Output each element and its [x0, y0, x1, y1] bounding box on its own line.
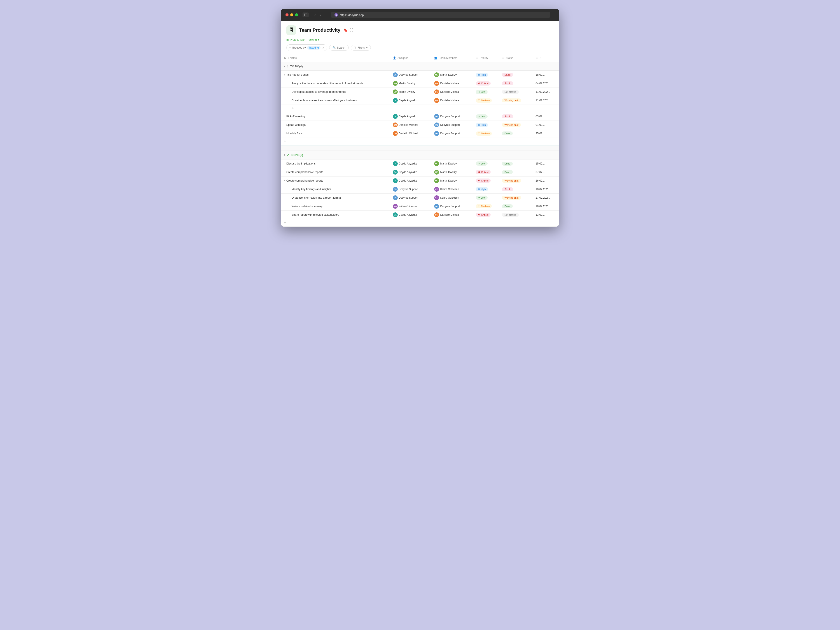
- browser-controls: ‹ ›: [313, 12, 322, 18]
- task-name-cell: ▾ Create comprehensive reports: [281, 176, 390, 185]
- team-avatar: KG: [434, 195, 439, 200]
- team-col-icon: 👥: [434, 57, 437, 60]
- table-row[interactable]: Discuss the implications CA Ceyda Akyald…: [281, 159, 559, 168]
- table-row[interactable]: Create comprehensive reports CA Ceyda Ak…: [281, 168, 559, 176]
- date-cell: 11.02.202...: [533, 96, 559, 105]
- group-chevron-icon[interactable]: ▾: [284, 153, 285, 156]
- date-cell: 03.02...: [533, 112, 559, 121]
- assignee-name: Martin Dwelzy: [399, 90, 415, 93]
- task-name: Develop strategies to leverage market tr…: [292, 90, 346, 93]
- team-cell: DM Daniello Micheal: [432, 79, 473, 88]
- expand-icon[interactable]: ⛶: [350, 28, 354, 32]
- filters-button[interactable]: ⊤ Filters +: [351, 45, 371, 51]
- search-chip[interactable]: 🔍 Search: [329, 45, 349, 51]
- assignee-avatar: DM: [393, 131, 398, 136]
- close-button[interactable]: [286, 13, 289, 16]
- status-cell: Done: [499, 129, 533, 138]
- priority-label: High: [481, 123, 486, 126]
- assignee-name: Ceyda Akyaldız: [399, 179, 417, 182]
- add-task-row[interactable]: +: [281, 219, 559, 226]
- team-name: Martin Dwelzy: [440, 162, 456, 165]
- table-row[interactable]: Consider how market trends may affect yo…: [281, 96, 559, 105]
- table-row[interactable]: ▾ The market trends DS Docyrus Support M…: [281, 71, 559, 79]
- table-row[interactable]: Monthly Sync DM Daniello Micheal DS Docy…: [281, 129, 559, 138]
- assignee-cell: DS Docyrus Support: [390, 71, 432, 79]
- assignee-avatar: CA: [393, 98, 398, 103]
- date-cell: 18.02.202...: [533, 185, 559, 193]
- status-badge: Working on it: [502, 123, 521, 127]
- back-button[interactable]: ‹: [313, 12, 317, 18]
- grouped-by-value: Tracking: [307, 46, 321, 50]
- assignee-name: Martin Dwelzy: [399, 82, 415, 85]
- section-divider: [281, 145, 559, 150]
- filters-label: Filters: [358, 46, 365, 49]
- status-cell: Working on it: [499, 96, 533, 105]
- status-badge: Done: [502, 204, 513, 208]
- priority-badge: ☐ Medium: [476, 98, 492, 103]
- assignee-name: Ceyda Akyaldız: [399, 162, 417, 165]
- table-row[interactable]: Analyze the data to understand the impac…: [281, 79, 559, 88]
- task-name: The market trends: [286, 73, 308, 76]
- table-row[interactable]: Share report with relevant stakeholders …: [281, 210, 559, 219]
- task-name: Create comprehensive reports: [286, 171, 323, 174]
- table-row[interactable]: Speak with legal DM Daniello Micheal DS …: [281, 121, 559, 129]
- priority-icon: ♻: [478, 82, 480, 85]
- priority-badge: ⇒ Low: [476, 114, 487, 118]
- svg-rect-0: [304, 14, 305, 16]
- status-badge: Stuck: [502, 114, 513, 118]
- date-cell: 18.02.202...: [533, 202, 559, 210]
- table-row[interactable]: Develop strategies to leverage market tr…: [281, 88, 559, 96]
- group-chevron-icon[interactable]: ▾: [284, 65, 285, 68]
- add-subtask-row[interactable]: +: [281, 105, 559, 112]
- date-cell: 18.02...: [533, 71, 559, 79]
- task-name: Create comprehensive reports: [286, 179, 323, 182]
- collapse-icon[interactable]: ▾: [284, 74, 285, 76]
- add-filter-icon[interactable]: +: [366, 46, 368, 49]
- date-cell: 25.02...: [533, 129, 559, 138]
- bookmark-icon[interactable]: 🔖: [343, 28, 348, 32]
- add-task-row[interactable]: +: [281, 138, 559, 145]
- title-actions: 🔖 ⛶: [343, 28, 354, 32]
- assignee-cell: DM Daniello Micheal: [390, 129, 432, 138]
- grouped-by-chip[interactable]: ≡ Grouped by Tracking ×: [286, 44, 327, 51]
- forward-button[interactable]: ›: [318, 12, 322, 18]
- breadcrumb[interactable]: ⊞ Project Task Tracking ▾: [286, 38, 319, 41]
- table-row[interactable]: ▾ Create comprehensive reports CA Ceyda …: [281, 176, 559, 185]
- sort-icon[interactable]: ⇅: [284, 57, 286, 60]
- checkbox-icon[interactable]: ☐: [287, 57, 289, 60]
- maximize-button[interactable]: [295, 13, 298, 16]
- team-cell: MD Martin Dwelzy: [432, 176, 473, 185]
- priority-cell: ⇒ Low: [473, 159, 499, 168]
- team-name: Martin Dwelzy: [440, 73, 456, 76]
- priority-icon: ⊙: [478, 74, 480, 76]
- collapse-icon[interactable]: ▾: [284, 179, 285, 182]
- th-status: ☰ Status: [499, 54, 533, 62]
- table-row[interactable]: Write a detailed summary KG Kübra Gülsez…: [281, 202, 559, 210]
- app-title-row: 🗄 Team Productivity 🔖 ⛶: [286, 25, 554, 35]
- table-row[interactable]: Organize information into a report forma…: [281, 193, 559, 202]
- status-cell: Not started: [499, 210, 533, 219]
- minimize-button[interactable]: [290, 13, 293, 16]
- priority-cell: ♻ Critical: [473, 79, 499, 88]
- table-row[interactable]: Identify key findings and insights DS Do…: [281, 185, 559, 193]
- assignee-cell: DS Docyrus Support: [390, 193, 432, 202]
- assignee-avatar: MD: [393, 90, 398, 94]
- team-cell: DS Docyrus Support: [432, 129, 473, 138]
- team-cell: KG Kübra Gülsezen: [432, 185, 473, 193]
- priority-icon: ⇒: [478, 90, 480, 93]
- priority-badge: ⇒ Low: [476, 90, 487, 94]
- assignee-avatar: KG: [393, 204, 398, 209]
- assignee-name: Daniello Micheal: [399, 123, 418, 126]
- sidebar-toggle[interactable]: [303, 13, 309, 17]
- search-icon: 🔍: [333, 46, 336, 49]
- address-bar[interactable]: D https://docyrus.app: [331, 12, 550, 18]
- priority-label: Critical: [481, 179, 488, 182]
- app-icon: 🗄: [286, 25, 296, 35]
- team-name: Docyrus Support: [440, 123, 459, 126]
- task-name-cell: Share report with relevant stakeholders: [281, 210, 390, 219]
- priority-badge: ⇒ Low: [476, 161, 487, 166]
- chip-close-icon[interactable]: ×: [322, 46, 324, 49]
- breadcrumb-chevron-icon[interactable]: ▾: [318, 38, 319, 41]
- priority-label: Low: [481, 90, 485, 93]
- table-row[interactable]: Kickoff meeting CA Ceyda Akyaldız DS Doc…: [281, 112, 559, 121]
